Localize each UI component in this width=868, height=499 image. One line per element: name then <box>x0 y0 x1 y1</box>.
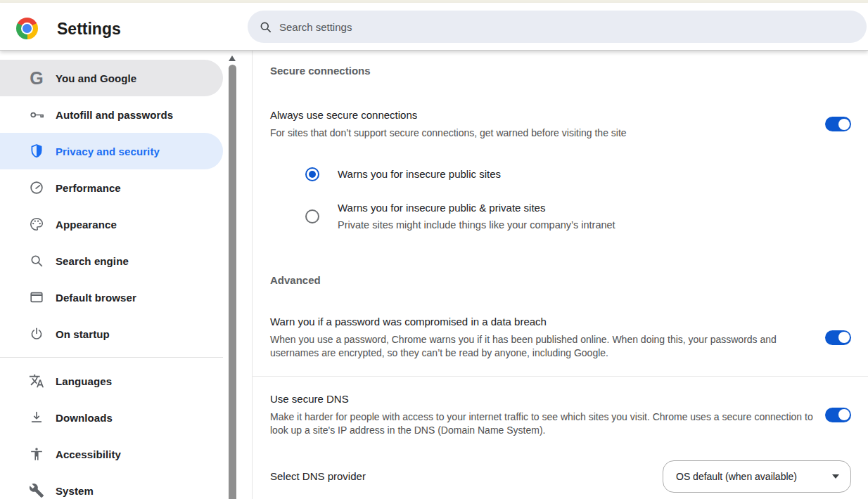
palette-icon <box>28 216 45 233</box>
secure-connections-heading: Secure connections <box>270 65 851 77</box>
radio-button-unselected[interactable] <box>305 209 319 223</box>
secure-dns-description: Make it harder for people with access to… <box>270 410 820 438</box>
sidebar-item-autofill[interactable]: Autofill and passwords <box>0 96 223 133</box>
dns-provider-row: Select DNS provider OS default (when ava… <box>270 460 851 493</box>
sidebar-item-default-browser[interactable]: Default browser <box>0 279 223 316</box>
sidebar-item-label: Privacy and security <box>56 145 160 157</box>
search-input[interactable] <box>279 21 867 33</box>
key-icon <box>28 106 45 123</box>
sidebar-item-performance[interactable]: Performance <box>0 169 223 206</box>
sidebar-item-accessibility[interactable]: Accessibility <box>0 436 223 472</box>
sidebar-item-label: On startup <box>56 328 110 340</box>
sidebar-item-label: Accessibility <box>56 448 121 460</box>
always-use-toggle[interactable] <box>825 117 851 131</box>
scrollbar-up-arrow-icon[interactable] <box>229 56 236 61</box>
chrome-logo-icon <box>16 18 38 39</box>
secure-dns-toggle[interactable] <box>825 408 851 422</box>
shield-icon <box>28 143 45 160</box>
radio-public-label: Warns you for insecure public sites <box>338 168 501 180</box>
download-icon <box>28 409 45 426</box>
sidebar-item-appearance[interactable]: Appearance <box>0 206 223 242</box>
settings-sidebar: G You and Google Autofill and passwords … <box>0 51 223 499</box>
sidebar-item-on-startup[interactable]: On startup <box>0 316 223 352</box>
sidebar-item-label: Appearance <box>56 219 117 231</box>
breach-title: Warn you if a password was compromised i… <box>270 315 820 328</box>
sidebar-item-system[interactable]: System <box>0 472 223 499</box>
speedometer-icon <box>28 179 45 196</box>
dns-provider-dropdown[interactable]: OS default (when available) <box>663 460 851 493</box>
browser-window-icon <box>28 289 45 306</box>
advanced-heading: Advanced <box>270 274 851 287</box>
sidebar-item-label: Autofill and passwords <box>56 109 173 121</box>
scrollbar-thumb[interactable] <box>229 65 236 499</box>
wrench-icon <box>28 482 45 499</box>
sidebar-divider <box>0 357 223 358</box>
sidebar-item-label: Languages <box>56 375 112 387</box>
always-use-secure-connections-row: Always use secure connections For sites … <box>270 108 851 141</box>
chevron-down-icon <box>832 474 839 479</box>
sidebar-item-search-engine[interactable]: Search engine <box>0 242 223 279</box>
radio-private-description: Private sites might include things like … <box>338 219 615 232</box>
dns-provider-label: Select DNS provider <box>270 470 366 482</box>
chrome-settings-page: Settings G You and Google Autofill and p… <box>0 0 868 499</box>
settings-header: Settings <box>0 3 868 51</box>
sidebar-item-label: Downloads <box>56 412 113 424</box>
power-icon <box>28 325 45 342</box>
sidebar-item-privacy-and-security[interactable]: Privacy and security <box>0 133 223 169</box>
sidebar-item-label: Default browser <box>56 292 136 304</box>
dns-provider-selected-option: OS default (when available) <box>676 471 797 482</box>
breach-description: When you use a password, Chrome warns yo… <box>270 333 820 361</box>
sidebar-item-label: Performance <box>56 182 121 194</box>
magnifier-icon <box>28 252 45 269</box>
settings-search-bar[interactable] <box>248 11 867 43</box>
sidebar-item-languages[interactable]: Languages <box>0 363 223 399</box>
accessibility-person-icon <box>28 446 45 462</box>
breach-toggle[interactable] <box>825 330 851 345</box>
radio-button-selected[interactable] <box>305 167 319 181</box>
search-icon <box>259 20 272 34</box>
radio-option-public-sites[interactable]: Warns you for insecure public sites <box>305 157 851 191</box>
page-title: Settings <box>57 20 121 39</box>
always-use-description: For sites that don’t support secure conn… <box>270 127 820 141</box>
radio-option-public-private-sites[interactable]: Warns you for insecure public & private … <box>305 201 851 232</box>
secure-dns-row: Use secure DNS Make it harder for people… <box>270 377 851 438</box>
privacy-security-content: Secure connections Always use secure con… <box>253 51 868 499</box>
sidebar-item-label: System <box>56 485 94 497</box>
password-breach-row: Warn you if a password was compromised i… <box>270 315 851 361</box>
sidebar-item-label: You and Google <box>56 72 136 84</box>
translate-icon <box>28 372 45 389</box>
google-g-icon: G <box>28 70 45 86</box>
sidebar-scrollbar <box>226 52 238 499</box>
always-use-title: Always use secure connections <box>270 108 820 122</box>
sidebar-item-downloads[interactable]: Downloads <box>0 399 223 436</box>
radio-private-label: Warns you for insecure public & private … <box>338 201 615 214</box>
sidebar-item-you-and-google[interactable]: G You and Google <box>0 60 223 96</box>
sidebar-item-label: Search engine <box>56 255 129 267</box>
secure-connections-radio-group: Warns you for insecure public sites Warn… <box>270 157 851 232</box>
secure-dns-title: Use secure DNS <box>270 392 820 406</box>
